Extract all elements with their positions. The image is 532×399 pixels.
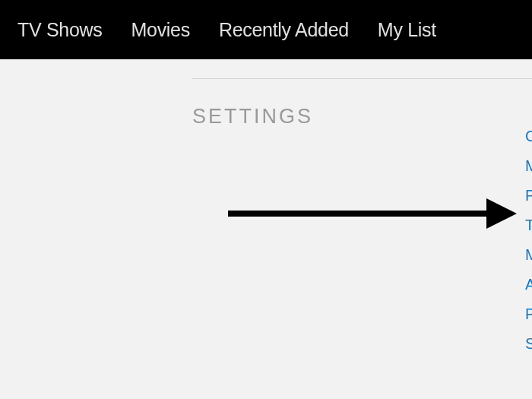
settings-link-2[interactable]: P bbox=[525, 187, 532, 204]
settings-link-5[interactable]: A bbox=[525, 276, 532, 293]
nav-my-list[interactable]: My List bbox=[363, 19, 451, 41]
settings-link-7[interactable]: S bbox=[525, 335, 532, 353]
settings-link-6[interactable]: P bbox=[525, 306, 532, 323]
top-navigation: TV Shows Movies Recently Added My List bbox=[0, 0, 532, 59]
nav-recently-added[interactable]: Recently Added bbox=[204, 19, 363, 41]
nav-tv-shows[interactable]: TV Shows bbox=[3, 19, 117, 41]
settings-link-0[interactable]: C bbox=[525, 128, 532, 145]
arrow-right-icon bbox=[228, 195, 517, 233]
settings-link-3[interactable]: T bbox=[525, 217, 532, 234]
settings-link-1[interactable]: M bbox=[525, 157, 532, 175]
annotation-arrow bbox=[228, 195, 517, 233]
settings-heading: SETTINGS bbox=[192, 105, 313, 128]
settings-links-list: C M P T M A P S bbox=[525, 128, 532, 353]
nav-movies[interactable]: Movies bbox=[117, 19, 204, 41]
svg-marker-1 bbox=[486, 198, 517, 229]
section-divider bbox=[192, 78, 532, 79]
settings-link-4[interactable]: M bbox=[525, 246, 532, 264]
